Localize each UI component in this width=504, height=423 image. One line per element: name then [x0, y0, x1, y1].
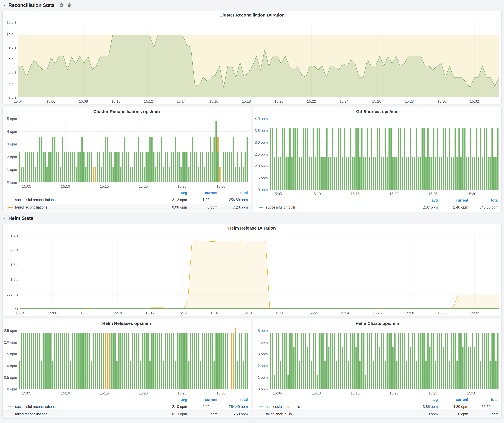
barchart-cluster-reconciliations-opm[interactable]: 0 opm1 opm2 opm3 opm4 opm5 opm15:0515:10…	[3, 116, 251, 189]
panel-title-git-sources-opm[interactable]: Git Sources ops/min	[253, 107, 501, 116]
x-axis-tick-label: 15:30	[467, 391, 476, 395]
x-axis-tick-label: 15:05	[273, 192, 282, 196]
legend-sort-current[interactable]: current	[438, 198, 468, 202]
legend-series-label[interactable]: successful reconciliations	[15, 198, 56, 202]
grafana-dashboard: Reconciliation Stats Cluster Reconciliat…	[0, 0, 504, 419]
legend-sort-avg[interactable]: avg	[407, 198, 438, 202]
legend-sort-current[interactable]: current	[187, 191, 217, 195]
legend-series-label[interactable]: failed chart pulls	[266, 412, 292, 416]
legend-value: 0.13 opm	[157, 412, 187, 416]
y-axis-tick-label: 10.5 s	[6, 20, 16, 24]
legend-sort-total[interactable]: total	[468, 198, 498, 202]
y-axis-tick-label: 500 ms	[6, 292, 18, 296]
legend-header-row: avgcurrenttotal	[3, 189, 251, 196]
x-axis-tick-label: 15:30	[438, 311, 447, 315]
panel-git-sources-opm: Git Sources ops/min 1.0 opm1.5 opm2.0 op…	[253, 107, 502, 212]
y-axis-tick-label: 9.5 s	[9, 45, 16, 49]
legend-sort-avg[interactable]: avg	[407, 398, 438, 402]
trash-icon[interactable]	[67, 3, 72, 8]
chart-svg: 0 opm1 opm2 opm3 opm4 opm5 opm15:0515:10…	[253, 328, 501, 396]
y-axis-tick-label: 4 opm	[258, 340, 268, 344]
y-axis-tick-label: 8.0 s	[9, 83, 16, 87]
x-axis-tick-label: 15:15	[100, 184, 109, 188]
y-axis-tick-label: 5 opm	[7, 117, 17, 121]
gear-icon[interactable]	[59, 3, 64, 8]
legend-row: successful reconciliations2.12 opm1.20 o…	[3, 196, 251, 204]
x-axis-tick-label: 15:05	[273, 391, 282, 395]
x-axis-tick-label: 15:32	[470, 311, 479, 315]
y-axis-tick-label: 1.5 opm	[4, 352, 17, 356]
legend-header-row: avgcurrenttotal	[3, 396, 251, 403]
legend-sort-avg[interactable]: avg	[157, 398, 187, 402]
series-color-dash	[259, 414, 263, 414]
panel-title-cluster-reconciliations-opm[interactable]: Cluster Reconciliations ops/min	[3, 107, 251, 116]
x-axis-tick-label: 15:22	[308, 311, 317, 315]
legend-value: 2.12 opm	[157, 198, 187, 202]
chevron-down-icon	[2, 217, 6, 220]
x-axis-tick-label: 15:24	[340, 99, 349, 103]
barchart-helm-releases-opm[interactable]: 0 opm0.5 opm1.0 opm1.5 opm2.0 opm2.5 opm…	[3, 328, 251, 396]
barchart-helm-charts-opm[interactable]: 0 opm1 opm2 opm3 opm4 opm5 opm15:0515:10…	[253, 328, 501, 396]
y-axis-tick-label: 0 ns	[12, 307, 18, 311]
legend-series-label[interactable]: successful chart pulls	[266, 405, 300, 409]
series-color-dash	[8, 207, 13, 208]
y-axis-tick-label: 3 opm	[258, 352, 268, 356]
row-title-helm-stats: Helm Stats	[8, 216, 33, 221]
legend-sort-total[interactable]: total	[468, 398, 498, 402]
timeseries-helm-release-duration[interactable]: 0 ns500 ms1.0 s1.5 s2.0 s2.5 s15:0415:06…	[3, 233, 501, 316]
legend-series-label[interactable]: failed reconciliations	[15, 205, 47, 210]
x-axis-tick-label: 15:16	[209, 99, 218, 103]
chart-svg: 7.5 s8.0 s8.5 s9.0 s9.5 s10.0 s10.5 s15:…	[3, 19, 501, 105]
x-axis-tick-label: 15:12	[144, 99, 153, 103]
panel-row: Helm Releases ops/min 0 opm0.5 opm1.0 op…	[2, 319, 502, 419]
chevron-down-icon	[2, 3, 6, 7]
series-color-dash	[8, 414, 13, 414]
legend-sort-current[interactable]: current	[438, 398, 468, 402]
legend-sort-total[interactable]: total	[217, 398, 248, 402]
row-header-reconciliation-stats[interactable]: Reconciliation Stats	[2, 1, 502, 9]
x-axis-tick-label: 15:30	[467, 192, 476, 196]
legend-sort-avg[interactable]: avg	[157, 191, 187, 195]
y-axis-tick-label: 10.0 s	[6, 33, 16, 37]
legend-series-label[interactable]: successful git pulls	[266, 205, 296, 210]
legend-value: 2.40 opm	[438, 205, 468, 210]
legend-helm-releases: avgcurrenttotalsuccessful reconciliation…	[3, 396, 251, 418]
y-axis-tick-label: 2.0 opm	[4, 340, 17, 344]
x-axis-tick-label: 15:26	[372, 99, 381, 103]
row-header-helm-stats[interactable]: Helm Stats	[2, 214, 502, 222]
panel-title-helm-charts-opm[interactable]: Helm Charts ops/min	[253, 319, 501, 328]
y-axis-tick-label: 2.0 opm	[255, 164, 268, 168]
timeseries-cluster-reconciliation-duration[interactable]: 7.5 s8.0 s8.5 s9.0 s9.5 s10.0 s10.5 s15:…	[3, 19, 501, 105]
chart-svg: 1.0 opm1.5 opm2.0 opm2.5 opm3.0 opm3.5 o…	[253, 116, 501, 197]
panel-title-helm-release-duration[interactable]: Helm Release Duration	[3, 224, 501, 233]
x-axis-tick-label: 15:28	[405, 99, 414, 103]
legend-sort-current[interactable]: current	[187, 398, 217, 402]
chart-svg: 0 opm0.5 opm1.0 opm1.5 opm2.0 opm2.5 opm…	[3, 328, 251, 396]
barchart-git-sources-opm[interactable]: 1.0 opm1.5 opm2.0 opm2.5 opm3.0 opm3.5 o…	[253, 116, 501, 197]
legend-row: failed reconciliations0.06 opm0 opm7.20 …	[3, 204, 251, 211]
y-axis-tick-label: 1.0 s	[11, 277, 18, 282]
x-axis-tick-label: 15:10	[61, 184, 70, 188]
y-axis-tick-label: 8.5 s	[9, 70, 16, 74]
x-axis-tick-label: 15:12	[145, 311, 155, 315]
chart-svg: 0 ns500 ms1.0 s1.5 s2.0 s2.5 s15:0415:06…	[3, 233, 501, 316]
panel-row: Cluster Reconciliations ops/min 0 opm1 o…	[2, 107, 502, 212]
y-axis-tick-label: 1 opm	[258, 376, 268, 380]
legend-series-label[interactable]: failed reconciliations	[15, 412, 47, 416]
x-axis-tick-label: 15:10	[312, 391, 321, 395]
panel-cluster-reconciliations-opm: Cluster Reconciliations ops/min 0 opm1 o…	[2, 107, 251, 212]
y-axis-tick-label: 2.5 opm	[4, 329, 17, 333]
panel-title-cluster-reconciliation-duration[interactable]: Cluster Reconciliation Duration	[3, 11, 501, 19]
x-axis-tick-label: 15:10	[61, 391, 70, 395]
x-axis-tick-label: 15:05	[22, 184, 31, 188]
legend-value: 7.20 opm	[217, 205, 248, 210]
x-axis-tick-label: 15:20	[275, 99, 283, 103]
x-axis-tick-label: 15:04	[14, 99, 23, 103]
x-axis-tick-label: 15:28	[405, 311, 414, 315]
series-color-dash	[8, 200, 13, 200]
legend-series-label[interactable]: successful reconciliations	[15, 405, 56, 409]
y-axis-tick-label: 2 opm	[7, 155, 17, 159]
legend-value: 346.80 opm	[468, 205, 498, 210]
panel-title-helm-releases-opm[interactable]: Helm Releases ops/min	[3, 319, 251, 328]
legend-sort-total[interactable]: total	[217, 191, 248, 195]
